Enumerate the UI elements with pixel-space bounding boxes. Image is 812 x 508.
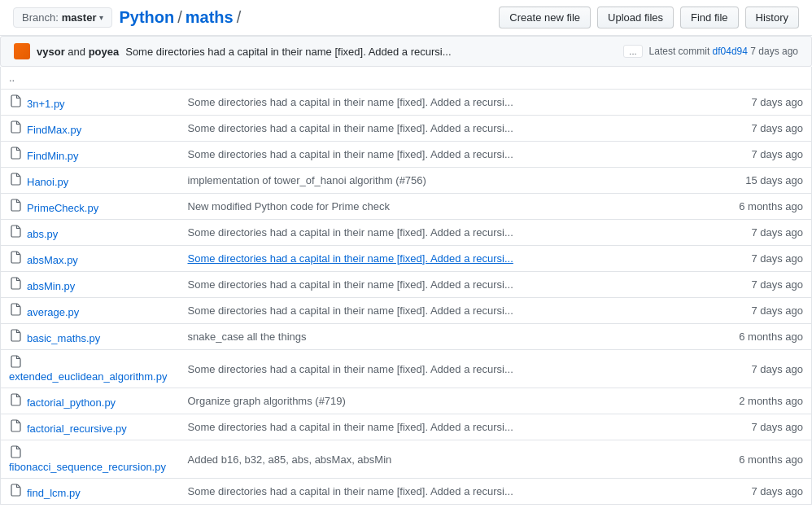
file-icon <box>9 94 22 107</box>
file-name-link[interactable]: absMax.py <box>27 254 78 266</box>
file-icon <box>9 445 22 458</box>
table-row: absMax.pySome directories had a capital … <box>1 246 812 272</box>
breadcrumb-language[interactable]: Python <box>119 8 174 27</box>
file-message: snake_case all the things <box>188 331 307 343</box>
file-age: 7 days ago <box>714 90 812 116</box>
file-name-link[interactable]: factorial_python.py <box>27 396 116 409</box>
file-age: 7 days ago <box>714 298 812 324</box>
file-message: Some directories had a capital in their … <box>188 421 513 433</box>
file-name-link[interactable]: FindMax.py <box>27 124 81 136</box>
author-link[interactable]: vysor <box>37 46 65 58</box>
file-icon <box>9 277 22 290</box>
file-name-link[interactable]: abs.py <box>27 228 58 240</box>
file-message: Some directories had a capital in their … <box>188 148 513 160</box>
file-message: Organize graph algorithms (#719) <box>188 395 346 407</box>
file-icon <box>9 120 22 134</box>
upload-files-button[interactable]: Upload files <box>597 7 674 28</box>
file-name-link[interactable]: average.py <box>27 306 79 318</box>
file-icon <box>9 484 22 497</box>
table-row: FindMin.pySome directories had a capital… <box>1 142 812 168</box>
file-age: 7 days ago <box>714 350 812 388</box>
top-actions: Create new file Upload files Find file H… <box>499 7 799 28</box>
file-message-link[interactable]: Some directories had a capital in their … <box>188 252 513 265</box>
file-name-link[interactable]: fibonacci_sequence_recursion.py <box>9 461 166 473</box>
file-icon <box>9 303 22 316</box>
file-icon <box>9 173 22 186</box>
table-row: 3n+1.pySome directories had a capital in… <box>1 90 812 116</box>
commit-authors: vysor and poyea <box>37 46 119 58</box>
latest-commit-label: Latest commit <box>649 46 713 57</box>
file-age: 7 days ago <box>714 142 812 168</box>
file-name-link[interactable]: absMin.py <box>27 280 75 292</box>
file-icon <box>9 199 22 212</box>
breadcrumb-trailing-sep: / <box>237 8 242 27</box>
file-message: Some directories had a capital in their … <box>188 278 513 291</box>
branch-selector[interactable]: Branch: master ▾ <box>13 7 112 28</box>
breadcrumb-separator: / <box>177 8 182 27</box>
file-message: Some directories had a capital in their … <box>188 226 513 239</box>
parent-dir-row: .. <box>1 67 812 90</box>
history-button[interactable]: History <box>745 7 799 28</box>
table-row: factorial_recursive.pySome directories h… <box>1 414 812 440</box>
file-name-link[interactable]: basic_maths.py <box>27 332 100 344</box>
file-message: Some directories had a capital in their … <box>188 122 513 134</box>
table-row: factorial_python.pyOrganize graph algori… <box>1 388 812 414</box>
table-row: find_lcm.pySome directories had a capita… <box>1 479 812 505</box>
file-name-link[interactable]: 3n+1.py <box>27 98 65 110</box>
file-icon <box>9 393 22 406</box>
file-age: 7 days ago <box>714 246 812 272</box>
table-row: average.pySome directories had a capital… <box>1 298 812 324</box>
file-message: Added b16, b32, a85, abs, absMax, absMin <box>188 453 392 466</box>
file-age: 6 months ago <box>714 324 812 350</box>
file-age: 7 days ago <box>714 220 812 246</box>
file-icon <box>9 419 22 432</box>
file-message: Some directories had a capital in their … <box>188 96 513 108</box>
table-row: absMin.pySome directories had a capital … <box>1 272 812 298</box>
table-row: abs.pySome directories had a capital in … <box>1 220 812 246</box>
file-icon <box>9 355 22 368</box>
commit-age: 7 days ago <box>748 46 798 57</box>
file-age: 7 days ago <box>714 272 812 298</box>
author-link-2[interactable]: poyea <box>89 46 120 58</box>
table-row: fibonacci_sequence_recursion.pyAdded b16… <box>1 440 812 479</box>
create-new-file-button[interactable]: Create new file <box>499 7 591 28</box>
table-row: FindMax.pySome directories had a capital… <box>1 116 812 142</box>
file-icon <box>9 225 22 238</box>
file-message: Some directories had a capital in their … <box>188 363 513 375</box>
branch-name: master <box>62 11 97 24</box>
commit-message: Some directories had a capital in their … <box>125 46 617 58</box>
author-conjunction: and <box>68 46 88 58</box>
breadcrumb-folder[interactable]: maths <box>186 8 234 27</box>
avatar <box>14 43 30 59</box>
scroll-hint: 0a0cc916a6dbcc6da2b71d7ac9782... <box>0 505 812 508</box>
avatar-image <box>14 43 30 59</box>
file-age: 7 days ago <box>714 116 812 142</box>
commit-ellipsis-button[interactable]: ... <box>623 45 642 58</box>
chevron-down-icon: ▾ <box>99 13 103 22</box>
file-message: Some directories had a capital in their … <box>188 485 513 497</box>
file-name-link[interactable]: Hanoi.py <box>27 176 68 188</box>
parent-dir-link[interactable]: .. <box>9 72 15 84</box>
breadcrumb: Python / maths / <box>119 8 492 27</box>
file-age: 7 days ago <box>714 479 812 505</box>
file-name-link[interactable]: factorial_recursive.py <box>27 423 127 435</box>
commit-hash[interactable]: df04d94 <box>713 46 748 57</box>
file-name-link[interactable]: extended_euclidean_algorithm.py <box>9 370 167 383</box>
commit-meta: Latest commit df04d94 7 days ago <box>649 46 798 57</box>
file-age: 15 days ago <box>714 168 812 194</box>
file-age: 7 days ago <box>714 414 812 440</box>
file-table: .. 3n+1.pySome directories had a capital… <box>0 67 812 505</box>
commit-bar: vysor and poyea Some directories had a c… <box>0 36 812 67</box>
file-icon <box>9 147 22 160</box>
file-age: 2 months ago <box>714 388 812 414</box>
file-name-link[interactable]: FindMin.py <box>27 150 79 162</box>
file-name-link[interactable]: find_lcm.py <box>27 487 81 499</box>
file-name-link[interactable]: PrimeCheck.py <box>27 202 98 214</box>
find-file-button[interactable]: Find file <box>680 7 739 28</box>
top-bar: Branch: master ▾ Python / maths / Create… <box>0 0 812 36</box>
table-row: PrimeCheck.pyNew modified Python code fo… <box>1 194 812 220</box>
file-icon <box>9 251 22 264</box>
file-icon <box>9 329 22 342</box>
file-message: New modified Python code for Prime check <box>188 200 391 212</box>
branch-label: Branch: <box>22 11 59 24</box>
